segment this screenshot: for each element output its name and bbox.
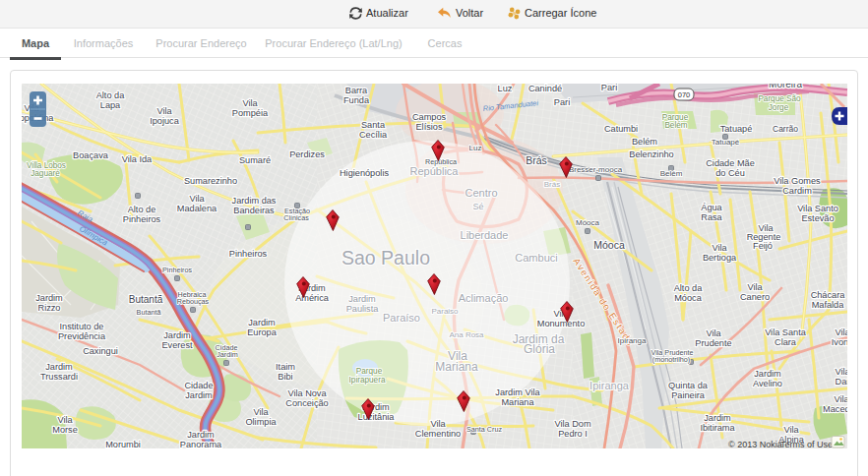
svg-text:Jardim: Jardim [248, 318, 276, 327]
svg-text:Monumento: Monumento [537, 319, 586, 328]
svg-text:Bibi: Bibi [278, 372, 292, 382]
svg-text:Trussardi: Trussardi [40, 372, 78, 382]
svg-text:Barra: Barra [345, 86, 368, 95]
svg-text:Sao Paulo: Sao Paulo [341, 247, 430, 268]
svg-text:Vila: Vila [242, 98, 258, 108]
svg-text:Belém: Belém [632, 137, 657, 147]
svg-text:Jaguaré: Jaguaré [31, 169, 60, 178]
svg-text:Glória: Glória [524, 342, 555, 356]
svg-text:Moreira: Moreira [769, 84, 802, 89]
svg-text:Belenzinho: Belenzinho [629, 149, 673, 159]
svg-text:Vila: Vila [712, 243, 727, 253]
svg-text:Higienópolis: Higienópolis [340, 168, 389, 178]
svg-text:Ipirapuera: Ipirapuera [349, 376, 386, 385]
svg-text:Macedop: Macedop [823, 404, 847, 414]
svg-text:Móoca: Móoca [576, 218, 600, 227]
svg-text:Jardim: Jardim [35, 293, 63, 303]
svg-text:Europa: Europa [247, 327, 278, 337]
svg-text:Bresser-mooca: Bresser-mooca [569, 165, 623, 174]
svg-text:Vila: Vila [189, 194, 205, 204]
svg-text:Carrão: Carrão [773, 124, 798, 134]
svg-text:Santa Cruz: Santa Cruz [466, 425, 502, 434]
svg-text:Morse: Morse [52, 425, 78, 435]
svg-text:Belém: Belém [660, 169, 683, 178]
svg-text:Pinheiros: Pinheiros [229, 249, 268, 259]
svg-text:Cardim: Cardim [782, 186, 812, 196]
svg-text:Caxingui: Caxingui [83, 346, 118, 356]
svg-text:070: 070 [678, 90, 691, 99]
svg-text:Bertioga: Bertioga [703, 253, 737, 263]
svg-text:Alto da: Alto da [674, 283, 703, 293]
svg-text:Paraiso: Paraiso [431, 307, 459, 316]
svg-text:Tatuapé: Tatuapé [720, 124, 753, 134]
svg-text:Ivone: Ivone [832, 337, 847, 347]
svg-text:Parque São: Parque São [758, 94, 801, 103]
svg-text:Canindé: Canindé [528, 84, 562, 93]
svg-text:Vila: Vila [156, 106, 172, 116]
svg-text:Bandeiras: Bandeiras [233, 206, 275, 215]
svg-text:Rasa: Rasa [701, 212, 722, 222]
svg-text:Sé: Sé [472, 202, 483, 211]
svg-text:Terms of Use: Terms of Use [780, 440, 833, 448]
svg-text:Vila: Vila [57, 415, 73, 425]
svg-text:Vila Santo: Vila Santo [797, 204, 838, 213]
svg-text:Panorama: Panorama [180, 440, 222, 449]
svg-text:Vila: Vila [834, 394, 847, 404]
svg-text:América: América [295, 293, 330, 303]
svg-text:Cecília: Cecília [359, 130, 388, 140]
svg-text:Jardim das: Jardim das [232, 196, 277, 206]
svg-text:Vila Dom: Vila Dom [554, 419, 590, 429]
svg-text:Canero: Canero [740, 292, 770, 302]
svg-text:Liberdade: Liberdade [461, 229, 509, 241]
svg-text:Cambuci: Cambuci [515, 252, 557, 264]
svg-text:Jardim: Jardim [185, 390, 213, 400]
svg-text:Jardim: Jardim [348, 294, 376, 304]
svg-text:Prudente: Prudente [695, 338, 731, 348]
svg-text:Jardim Vila: Jardim Vila [495, 387, 540, 397]
svg-text:Madalena: Madalena [177, 204, 217, 213]
svg-text:Tatuapé: Tatuapé [712, 138, 740, 147]
svg-text:Conceição: Conceição [285, 398, 328, 408]
svg-text:Alto de: Alto de [128, 205, 156, 214]
svg-text:Sumaré: Sumaré [239, 155, 271, 165]
svg-text:Jardim: Jardim [163, 330, 191, 340]
svg-text:Pinheiros: Pinheiros [123, 214, 161, 224]
svg-text:Luz: Luz [498, 84, 513, 93]
svg-text:Clara: Clara [775, 337, 797, 347]
svg-text:Previdência: Previdência [58, 331, 106, 341]
svg-text:Butantã: Butantã [129, 294, 163, 305]
svg-text:Vila Santa: Vila Santa [765, 327, 807, 337]
svg-text:Jorge: Jorge [769, 103, 789, 112]
svg-text:Rizzo: Rizzo [38, 303, 61, 313]
svg-text:Ibitirama: Ibitirama [700, 423, 735, 433]
svg-text:Everest: Everest [161, 340, 193, 350]
svg-text:Instituto de: Instituto de [60, 322, 104, 331]
svg-text:Cidade Mãe: Cidade Mãe [706, 158, 755, 168]
svg-text:Mariana: Mariana [435, 360, 478, 374]
svg-text:Vila: Vila [747, 282, 763, 292]
svg-text:Vila: Vila [835, 327, 847, 337]
svg-text:Pedro I: Pedro I [558, 429, 588, 439]
svg-text:Mariana: Mariana [501, 397, 534, 407]
svg-text:Pinheiros: Pinheiros [162, 266, 192, 274]
svg-text:Santa: Santa [361, 120, 386, 130]
svg-text:Vila: Vila [430, 419, 446, 429]
svg-text:Jardim: Jardim [754, 369, 781, 379]
svg-text:Vila: Vila [783, 425, 799, 435]
svg-text:Estevão: Estevão [801, 213, 834, 223]
svg-text:Sumarezinho: Sumarezinho [184, 176, 237, 186]
svg-text:Centro: Centro [465, 187, 497, 199]
svg-text:Luz: Luz [469, 144, 482, 152]
svg-text:Vila Nova: Vila Nova [287, 388, 327, 398]
svg-text:Jardim: Jardim [704, 413, 731, 423]
svg-text:Rebouças: Rebouças [177, 297, 210, 306]
svg-text:Olimpia: Olimpia [245, 417, 277, 427]
svg-text:Paulista: Paulista [346, 304, 380, 314]
svg-text:Morumbi: Morumbi [105, 440, 141, 448]
svg-text:Vila: Vila [706, 328, 721, 338]
svg-text:Clínicas: Clínicas [283, 213, 309, 222]
svg-text:Jardim: Jardim [187, 430, 215, 440]
svg-text:Dar: Dar [836, 377, 847, 387]
svg-text:Móoca: Móoca [593, 239, 625, 251]
svg-text:Ipiranga: Ipiranga [618, 336, 647, 345]
